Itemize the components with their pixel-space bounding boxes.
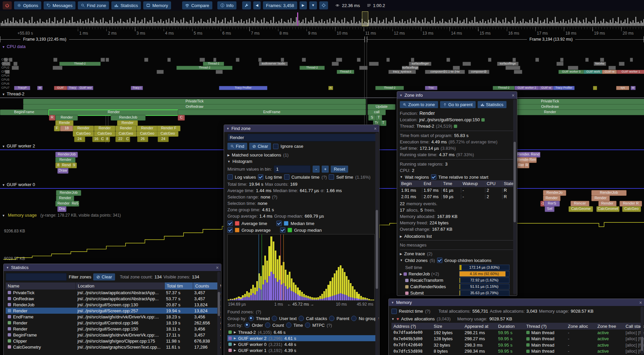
frame-bar[interactable] [171,21,172,26]
frame-bar[interactable] [143,23,144,26]
timeline-zone[interactable]: EndFrame [178,109,366,115]
timeline-zone[interactable]: CalcGeome [569,206,593,212]
timeline-zone[interactable]: RenderJob [111,115,146,121]
frame-bar[interactable] [450,23,451,26]
frame-bar[interactable] [238,21,239,26]
frame-bar[interactable] [336,23,337,26]
cpu-zone[interactable]: Trac [425,86,437,90]
frame-bar[interactable] [121,23,122,26]
timeline-zone[interactable]: Render [591,195,610,201]
frame-bar[interactable] [520,21,521,26]
frame-bar[interactable] [14,23,15,26]
frame-bar[interactable] [124,22,125,26]
frame-bar[interactable] [504,23,505,26]
toolbar-button-info[interactable]: Info [217,1,237,9]
frame-bar[interactable] [516,23,517,26]
frame-bar[interactable] [489,23,490,26]
frame-bar[interactable] [560,21,561,26]
child-zone-row[interactable]: Self time172.14 µs (3.83%) [400,264,514,271]
frame-bar[interactable] [276,22,277,26]
frame-3194[interactable]: Frame 3,194 (13.92 ms) [367,36,644,42]
frame-bar[interactable] [264,18,265,26]
frame-bar[interactable] [87,23,88,26]
frame-bar[interactable] [219,23,220,26]
table-row[interactable]: Clipperjni/../jni/src/claw/gfx/geo/Clipp… [6,338,219,344]
frame-bar[interactable] [449,20,450,26]
frame-bar[interactable] [394,17,395,26]
frame-bar[interactable] [536,22,537,26]
frame-bar[interactable] [44,22,45,26]
frame-bar[interactable] [237,23,238,26]
frame-bar[interactable] [371,18,372,26]
cpu-zone[interactable] [13,62,17,66]
frame-bar[interactable] [610,20,611,26]
column-header[interactable]: Name [6,282,76,290]
frame-bar[interactable] [184,23,185,26]
series-checkbox[interactable] [227,227,233,233]
frame-bar[interactable] [115,22,116,26]
timeline-zone[interactable]: RerS [544,201,559,207]
frame-bar[interactable] [225,18,226,26]
frame-bar[interactable] [242,23,243,26]
frame-bar[interactable] [551,23,552,26]
frame-bar[interactable] [567,24,568,26]
cpu-zone[interactable] [453,66,460,70]
frame-bar[interactable] [358,24,359,26]
frame-bar[interactable] [387,24,388,26]
frame-bar[interactable] [642,23,643,26]
timeline-zone[interactable]: RenderJob [591,190,627,196]
table-row[interactable]: BeginFramejni/../jni/src/claw/gfx/drv/vk… [6,332,219,338]
cpu-zone[interactable] [446,58,450,62]
frame-bar[interactable] [178,22,179,26]
frame-bar[interactable] [284,21,285,26]
frame-bar[interactable] [485,21,486,26]
timeline-zone[interactable]: Render R [620,201,642,207]
cpu-zone[interactable] [157,70,164,74]
option-checkbox[interactable] [227,174,233,180]
frame-bar[interactable] [587,23,588,26]
frame-bar[interactable] [637,22,638,26]
frame-bar[interactable] [52,21,53,26]
frame-bar[interactable] [482,19,483,26]
min-bin-decrease-button[interactable]: - [313,166,320,173]
frame-bar[interactable] [273,17,274,26]
frame-bar[interactable] [500,22,501,26]
timeline-zone[interactable]: Rende [55,120,73,126]
frame-bar[interactable] [571,18,572,26]
frame-bar[interactable] [607,22,608,26]
frame-bar[interactable] [96,20,97,26]
frame-bar[interactable] [415,17,416,26]
group-by-radio[interactable] [272,316,277,321]
frame-bar[interactable] [559,23,560,26]
frame-bar[interactable] [549,21,550,26]
frame-bar[interactable] [288,20,289,26]
frame-bar[interactable] [311,20,312,26]
frame-bar[interactable] [72,17,73,26]
frame-bar[interactable] [109,20,110,26]
timeline-zone[interactable]: T [380,120,386,126]
frame-bar[interactable] [136,24,137,26]
frame-bar[interactable] [172,22,173,26]
scrollbar[interactable] [641,307,644,354]
frame-bar[interactable] [431,20,432,26]
frame-bar[interactable] [210,18,211,26]
frame-bar[interactable] [33,23,34,26]
frame-overview-strip[interactable] [0,11,644,27]
frame-bar[interactable] [152,17,153,26]
column-header[interactable]: Counts [193,282,218,290]
frame-bar[interactable] [480,21,481,26]
timeline-zone[interactable]: 8 [104,136,110,142]
timeline-zone[interactable]: CalcGeo [94,131,115,137]
frame-bar[interactable] [113,23,114,26]
cpu-zone[interactable] [144,58,148,62]
found-zone-group[interactable]: ▶GUIF worker 1(3,192)4.39 s [227,347,376,353]
sort-by-radio[interactable] [265,322,270,328]
frame-bar[interactable] [337,20,338,26]
cpu-zone[interactable]: Tracy Profiler [219,86,267,90]
reset-button[interactable]: Reset [331,166,348,173]
frame-bar[interactable] [155,22,156,26]
frame-bar[interactable] [74,22,75,26]
scrollbar[interactable] [513,99,516,295]
frame-bar[interactable] [61,19,62,26]
timeline-zone[interactable]: 26 [137,136,148,142]
